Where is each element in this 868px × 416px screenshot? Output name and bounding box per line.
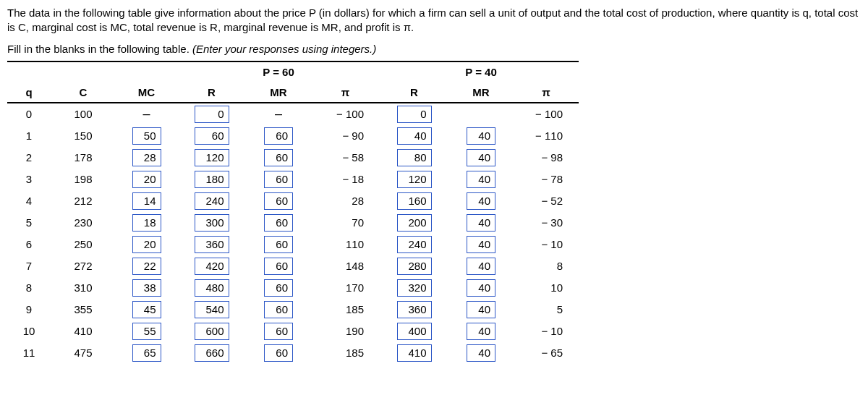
cell-q: 11 (7, 342, 51, 364)
r2-input[interactable]: 320 (397, 279, 432, 297)
cell-pi2: 10 (514, 277, 579, 299)
mr1-input[interactable]: 60 (264, 149, 293, 166)
r2-input[interactable]: 360 (397, 301, 432, 318)
instruction: Fill in the blanks in the following tabl… (7, 43, 861, 55)
cell-pi2: 110 (514, 125, 579, 147)
mc-input[interactable]: 28 (132, 149, 161, 166)
mr1-input[interactable]: 60 (264, 301, 293, 318)
mr1-input[interactable]: 60 (264, 214, 293, 232)
mr1-input[interactable]: 60 (264, 127, 293, 145)
mr1-input[interactable]: 60 (264, 171, 293, 188)
mc-input[interactable]: 20 (132, 171, 161, 188)
group-header-p40: P = 40 (448, 62, 514, 82)
mr1-input[interactable]: 60 (264, 344, 293, 362)
mr1-input[interactable]: 60 (264, 258, 293, 275)
cell-q: 8 (7, 277, 51, 299)
cell-c: 198 (51, 169, 116, 190)
r2-input[interactable]: 160 (397, 192, 432, 210)
cell-q: 6 (7, 234, 51, 255)
r2-cell: 200 (380, 212, 448, 234)
r1-input[interactable]: 660 (195, 344, 229, 362)
mr2-input[interactable]: 40 (467, 344, 495, 362)
mc-input[interactable]: 55 (132, 323, 161, 340)
cell-c: 230 (51, 212, 116, 234)
mr1-cell: 60 (246, 125, 311, 147)
mr2-input[interactable]: 40 (467, 258, 495, 275)
r2-input[interactable]: 280 (397, 258, 432, 275)
r1-input[interactable]: 360 (195, 236, 229, 253)
r2-input[interactable]: 200 (397, 214, 432, 232)
col-mr1: MR (246, 82, 311, 103)
mr2-input[interactable]: 40 (467, 323, 495, 340)
mc-input[interactable]: 14 (132, 192, 161, 210)
cell-pi2: 78 (514, 169, 579, 190)
r1-cell: 240 (177, 190, 246, 212)
r2-input[interactable]: 240 (397, 236, 432, 253)
mr2-cell: 40 (448, 255, 514, 277)
cell-pi2: 10 (514, 321, 579, 342)
mc-input[interactable]: 50 (132, 127, 161, 145)
mr1-cell: 60 (246, 277, 311, 299)
data-table: P = 60 P = 40 q C MC R MR π R MR π 0100–… (7, 62, 579, 364)
mc-input[interactable]: 38 (132, 279, 161, 297)
r2-input[interactable]: 80 (397, 149, 432, 166)
r2-cell: 360 (380, 299, 448, 321)
cell-q: 1 (7, 125, 51, 147)
cell-q: 4 (7, 190, 51, 212)
r2-input[interactable]: 120 (397, 171, 432, 188)
cell-pi2: 52 (514, 190, 579, 212)
r1-input[interactable]: 240 (195, 192, 229, 210)
mr2-input[interactable]: 40 (467, 301, 495, 318)
r2-input[interactable]: 0 (397, 106, 432, 123)
r1-input[interactable]: 120 (195, 149, 229, 166)
mr1-cell: 60 (246, 299, 311, 321)
r1-input[interactable]: 300 (195, 214, 229, 232)
mc-cell: 18 (116, 212, 177, 234)
r1-input[interactable]: 180 (195, 171, 229, 188)
mr2-input[interactable]: 40 (467, 279, 495, 297)
r1-input[interactable]: 420 (195, 258, 229, 275)
mc-input[interactable]: 65 (132, 344, 161, 362)
r1-input[interactable]: 600 (195, 323, 229, 340)
r1-input[interactable]: 0 (195, 106, 229, 123)
mr1-input[interactable]: 60 (264, 192, 293, 210)
table-row: 1147565660601854104065 (7, 342, 579, 364)
r1-cell: 60 (177, 125, 246, 147)
mr2-input[interactable]: 40 (467, 214, 495, 232)
mr2-input[interactable]: 40 (467, 236, 495, 253)
r2-input[interactable]: 400 (397, 323, 432, 340)
mr1-input[interactable]: 60 (264, 279, 293, 297)
mr2-input[interactable]: 40 (467, 149, 495, 166)
table-row: 831038480601703204010 (7, 277, 579, 299)
r1-input[interactable]: 480 (195, 279, 229, 297)
mc-input[interactable]: 22 (132, 258, 161, 275)
cell-c: 310 (51, 277, 116, 299)
mc-cell: 14 (116, 190, 177, 212)
r2-cell: 160 (380, 190, 448, 212)
mc-input[interactable]: 18 (132, 214, 161, 232)
mc-input[interactable]: 45 (132, 301, 161, 318)
r1-cell: 300 (177, 212, 246, 234)
mr1-cell: 60 (246, 190, 311, 212)
cell-c: 212 (51, 190, 116, 212)
mr1-input[interactable]: 60 (264, 236, 293, 253)
mr2-input[interactable]: 40 (467, 171, 495, 188)
r2-input[interactable]: 40 (397, 127, 432, 145)
mr1-input[interactable]: 60 (264, 323, 293, 340)
cell-c: 410 (51, 321, 116, 342)
r1-input[interactable]: 60 (195, 127, 229, 145)
mc-cell: 28 (116, 147, 177, 169)
cell-pi2: 5 (514, 299, 579, 321)
col-r2: R (380, 82, 448, 103)
mr2-input[interactable]: 40 (467, 127, 495, 145)
table-row: 72722242060148280408 (7, 255, 579, 277)
r2-cell: 40 (380, 125, 448, 147)
cell-c: 100 (51, 103, 116, 125)
r2-input[interactable]: 410 (397, 344, 432, 362)
r1-cell: 480 (177, 277, 246, 299)
table-row: 31982018060181204078 (7, 169, 579, 190)
mr2-input[interactable]: 40 (467, 192, 495, 210)
mc-input[interactable]: 20 (132, 236, 161, 253)
r1-input[interactable]: 540 (195, 301, 229, 318)
cell-mr1: – (246, 103, 311, 125)
